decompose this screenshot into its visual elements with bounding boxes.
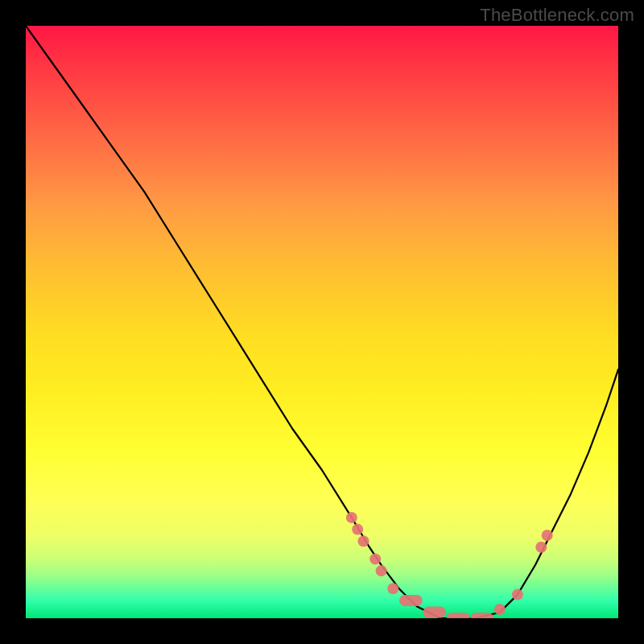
svg-point-0 [346,512,357,523]
svg-point-13 [542,530,553,541]
chart-svg [26,26,618,618]
svg-point-3 [369,553,381,564]
svg-rect-8 [447,613,470,618]
svg-point-5 [387,583,398,594]
svg-rect-7 [423,607,447,618]
data-markers [346,512,553,618]
svg-point-11 [512,589,523,601]
svg-rect-9 [470,613,493,618]
curve-line [26,26,618,618]
watermark-text: TheBottleneck.com [480,5,634,26]
svg-point-2 [358,535,369,547]
chart-plot-area [26,26,618,618]
svg-point-1 [352,524,363,535]
svg-point-4 [376,565,387,576]
svg-rect-6 [399,595,423,606]
svg-point-10 [494,604,506,615]
svg-point-12 [535,542,547,553]
